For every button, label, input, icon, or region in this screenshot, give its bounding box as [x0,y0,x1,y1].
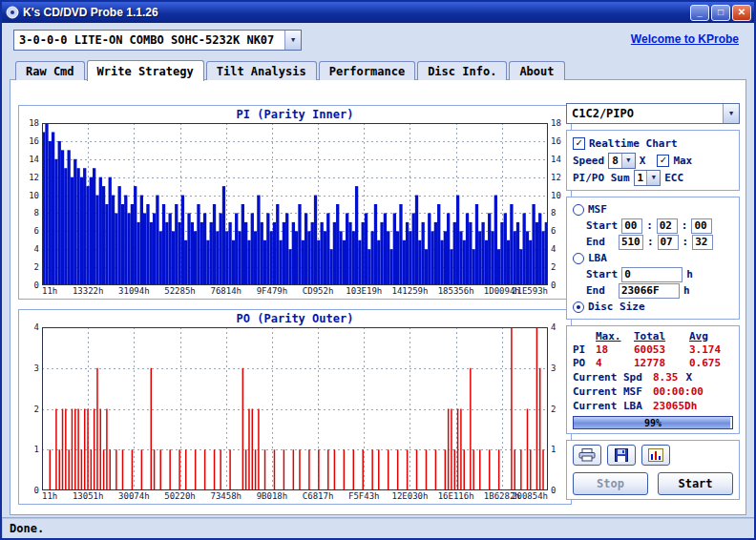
tab-strip: Raw Cmd Write Strategy Tilt Analysis Per… [15,60,567,80]
tab-disc-info[interactable]: Disc Info. [417,61,507,80]
x-tick-label: 31094h [118,286,150,296]
pipo-sum-selector[interactable]: 1 [634,170,662,186]
msf-radio[interactable] [573,204,584,216]
stop-button[interactable]: Stop [573,472,648,495]
msf-label: MSF [588,203,607,216]
max-speed-label: Max [673,155,692,167]
mode-selector-value: C1C2/PIPO [567,107,723,120]
y-tick-label: 0 [551,486,556,495]
tab-about[interactable]: About [509,61,564,80]
current-lba-label: Current LBA [573,400,653,412]
msf-start-sec-field[interactable] [657,218,678,234]
msf-start-frame-field[interactable] [691,218,712,234]
x-tick-label: 73458h [210,491,242,501]
time-separator: : [682,236,689,248]
y-tick-label: 2 [551,405,556,414]
y-tick-label: 1 [34,445,39,454]
lba-end-field[interactable] [619,283,680,299]
stats-pi-avg: 3.174 [689,343,733,356]
x-tick-label: 52285h [164,286,196,296]
lba-start-unit: h [686,268,693,280]
po-chart-area: 01234 01234 [19,327,571,490]
current-spd-value: 8.35 [653,371,679,384]
y-tick-label: 8 [551,208,556,218]
save-button[interactable] [607,445,636,466]
toolbar: 3-0-0-0 LITE-ON COMBO SOHC-5232K NK07 We… [13,30,743,52]
msf-end-min-field[interactable] [619,235,643,250]
start-button[interactable]: Start [658,472,733,495]
disc-size-label: Disc Size [588,301,645,313]
print-button[interactable] [573,445,601,466]
lba-start-field[interactable] [621,267,682,282]
msf-end-sec-field[interactable] [658,235,679,250]
pi-xaxis: 11h13322h31094h52285h76814h9F479hCD952h1… [42,285,548,298]
actions-group: Stop Start [566,440,740,500]
x-tick-label: 30074h [118,491,150,501]
app-window: K's CD/DVD Probe 1.1.26 _ □ ✕ 3-0-0-0 LI… [0,0,756,540]
pi-yaxis-left: 024681012141618 [19,123,42,285]
speed-value: 8 [609,155,621,167]
y-tick-label: 14 [551,155,561,164]
maximize-button[interactable]: □ [711,5,730,21]
welcome-link[interactable]: Welcome to KProbe [631,32,739,46]
x-tick-label: 13051h [73,491,104,501]
pi-plot-canvas [42,123,548,285]
tab-raw-cmd[interactable]: Raw Cmd [15,61,85,80]
speed-unit: X [640,155,646,167]
y-tick-label: 8 [34,208,39,218]
current-spd-unit: X [686,371,693,384]
stats-pi-label: PI [573,343,596,356]
y-tick-label: 2 [34,405,39,414]
lba-start-label: Start [586,268,618,280]
x-tick-label: 21E593h [512,286,548,296]
y-tick-label: 4 [34,244,39,254]
pi-plot [42,123,548,285]
stats-group: Max. Total Avg PI 18 60053 3.174 PO 4 12… [566,325,740,434]
dropdown-arrow-icon[interactable] [621,154,635,168]
lba-label: LBA [588,252,607,264]
max-speed-checkbox[interactable] [657,155,669,167]
pipo-sum-value: 1 [635,172,647,184]
app-icon [5,6,19,20]
window-title: K's CD/DVD Probe 1.1.26 [23,6,690,19]
disc-size-radio[interactable] [573,301,584,313]
dropdown-arrow-icon[interactable] [646,171,660,185]
export-chart-button[interactable] [641,445,670,466]
tab-performance[interactable]: Performance [319,61,415,80]
progress-bar: 99% [573,416,733,429]
po-chart-title: PO (Parity Outer) [19,312,571,327]
close-button[interactable]: ✕ [732,5,751,21]
x-tick-label: 76814h [210,286,242,296]
msf-end-frame-field[interactable] [692,235,713,250]
msf-start-min-field[interactable] [621,218,642,234]
write-strategy-page: PI (Parity Inner) 024681012141618 024681… [10,79,746,515]
pipo-sum-label: PI/PO Sum [573,172,630,184]
current-msf-value: 00:00:00 [653,385,704,398]
x-tick-label: 141259h [391,286,428,296]
mode-selector[interactable]: C1C2/PIPO [566,103,740,124]
pi-chart: PI (Parity Inner) 024681012141618 024681… [18,105,572,300]
x-tick-label: CD952h [303,286,334,296]
chart-options-group: Realtime Chart Speed 8 X Max PI/PO Sum 1 [566,130,740,191]
stats-po-avg: 0.675 [689,357,733,369]
y-tick-label: 6 [34,226,39,236]
tab-tilt-analysis[interactable]: Tilt Analysis [206,61,317,80]
po-chart: PO (Parity Outer) 01234 01234 11h13051h3… [18,309,572,505]
drive-selector[interactable]: 3-0-0-0 LITE-ON COMBO SOHC-5232K NK07 [13,30,302,51]
x-tick-label: 11h [42,286,57,296]
dropdown-arrow-icon[interactable] [723,104,739,123]
minimize-button[interactable]: _ [690,5,709,21]
tab-write-strategy[interactable]: Write Strategy [87,60,204,81]
y-tick-label: 12 [29,173,39,182]
time-separator: : [647,236,654,248]
realtime-chart-checkbox[interactable] [573,137,585,150]
y-tick-label: 0 [551,280,556,290]
y-tick-label: 12 [551,173,561,182]
lba-radio[interactable] [573,253,584,264]
dropdown-arrow-icon[interactable] [284,31,301,50]
window-controls: _ □ ✕ [690,5,751,21]
y-tick-label: 4 [551,244,556,254]
speed-selector[interactable]: 8 [608,153,636,169]
y-tick-label: 0 [34,280,39,290]
pi-chart-title: PI (Parity Inner) [19,108,571,123]
